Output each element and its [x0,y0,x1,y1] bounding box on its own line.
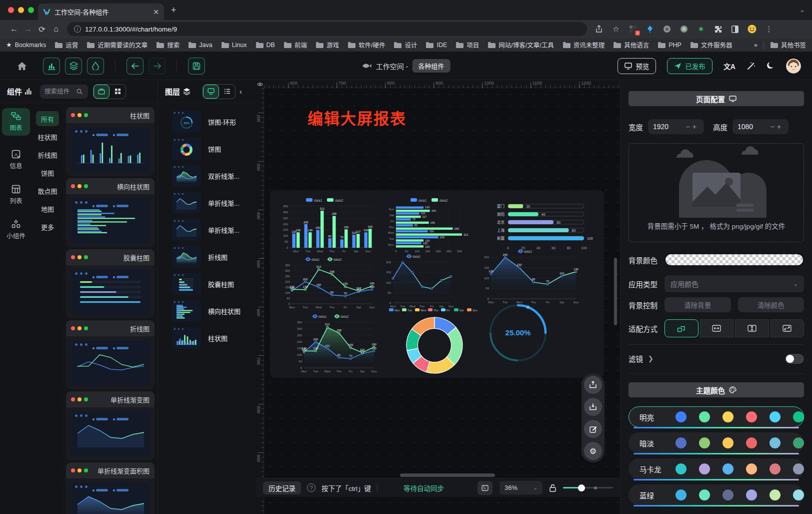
filter-toggle[interactable] [785,354,804,364]
search-input[interactable] [44,88,74,95]
color-dot[interactable] [722,411,734,422]
clear-background-button[interactable]: 清除背景 [664,297,731,312]
publish-button[interactable]: 已发布 [667,58,712,74]
color-dot[interactable] [793,463,804,474]
thumbnail-view-toggle[interactable] [203,85,219,99]
detail-panel-icon[interactable] [478,481,492,495]
profile-avatar[interactable] [747,24,757,34]
fit-auto-button[interactable] [664,319,698,337]
color-dot[interactable] [793,437,804,448]
back-icon[interactable]: ← [7,25,21,34]
ext-kite-icon[interactable] [645,24,655,34]
magic-wand-icon[interactable] [746,62,756,71]
charts-panel-toggle-button[interactable] [43,58,60,75]
theme-row-1[interactable]: 暗淡 [628,432,804,453]
ext-star-icon[interactable]: ✶ [696,24,706,34]
save-button[interactable] [188,58,205,75]
settings-gear-icon[interactable]: ⚙ [584,442,602,460]
color-dot[interactable] [770,463,780,474]
grid-view-toggle[interactable] [110,85,126,99]
color-dot[interactable] [676,463,686,474]
color-dot[interactable] [699,411,710,422]
history-button[interactable]: 历史记录 [263,481,301,494]
close-window-button[interactable] [8,7,14,13]
browser-home-icon[interactable]: ⌂ [49,25,63,34]
component-card-capsule[interactable]: 胶囊柱图 [66,249,154,318]
layer-item-2[interactable]: 双折线渐... [158,163,256,188]
stepper-minus-plus-icons[interactable]: −+ [770,123,784,131]
height-stepper[interactable]: 1080 −+ [732,119,788,134]
ext-circle-icon[interactable] [679,24,689,34]
canvas-chart-donut[interactable]: MonTueWedThuFriSatSun [388,305,481,377]
edit-icon[interactable] [584,420,602,438]
category-item-1[interactable]: 柱状图 [36,129,59,144]
import-icon[interactable] [584,398,602,416]
dashboard-board[interactable]: data1data2050100150200250300350MonTueWed… [270,190,604,378]
canvas-vertical-scrollbar[interactable] [614,258,617,325]
app-type-select[interactable]: 应用颜色 ⌄ [664,275,804,292]
theme-row-2[interactable]: 马卡龙 [628,458,804,479]
browser-tab[interactable]: 工作空间-各种组件 ✕ [38,4,164,20]
color-dot[interactable] [722,437,734,448]
bookmark-folder-4[interactable]: Linux [221,40,247,50]
bookmark-folder-10[interactable]: IDE [426,40,447,50]
window-controls[interactable] [8,7,34,13]
fit-height-button[interactable] [735,319,769,337]
color-dot[interactable] [676,411,686,422]
layer-item-7[interactable]: 横向柱状图 [158,298,256,323]
color-dot[interactable] [770,411,780,422]
canvas-chart-line2[interactable]: data1data2050100150200250300350MonTueWed… [279,254,377,310]
layer-item-5[interactable]: 折线图 [158,244,256,269]
help-icon[interactable]: ? [307,483,316,492]
ext-command-icon[interactable]: ⌘ [662,24,672,34]
bookmark-folder-7[interactable]: 游戏 [316,40,339,50]
bookmark-folder-3[interactable]: Java [188,40,212,50]
fit-width-button[interactable] [700,319,734,337]
width-stepper[interactable]: 1920 −+ [648,119,704,134]
component-card-line2[interactable]: 折线图 [66,320,154,389]
canvas-chart-hbar[interactable]: data1data2050100150200250300Sun130160Sat… [382,195,481,254]
canvas-chart-capsule[interactable]: 厦门20南阳40北京60上海80新疆100020406080100 [488,198,601,252]
sidebar-nav-info[interactable]: A信息 [2,146,30,174]
bg-color-swatch[interactable] [664,253,804,266]
home-icon[interactable] [17,62,27,71]
browser-menu-icon[interactable]: ⋮ [764,24,774,34]
theme-row-3[interactable]: 蓝绿 [628,484,804,505]
bookmark-folder-14[interactable]: 其他语言 [613,40,649,50]
site-info-icon[interactable]: i [74,26,81,33]
bookmark-folder-2[interactable]: 搜索 [156,40,180,50]
category-item-0[interactable]: 所有 [36,111,59,126]
color-dot[interactable] [699,437,710,448]
theme-row-0[interactable]: 明亮 [628,406,804,427]
color-dot[interactable] [699,463,710,474]
canvas-chart-area2[interactable]: data1data2050100150200250300350MonTueWed… [291,311,379,374]
project-name-badge[interactable]: 各种组件 [412,59,450,73]
filter-expand-chevron[interactable]: ❯ [648,355,654,362]
clear-color-button[interactable]: 清除颜色 [738,297,804,312]
layer-item-6[interactable]: 胶囊柱图 [158,271,256,296]
bookmarks-root[interactable]: ★ Bookmarks [6,41,46,49]
layer-item-0[interactable]: 25%饼图-环形 [158,109,256,134]
zoom-level-select[interactable]: 36% ⌄ [500,481,542,494]
bookmark-folder-1[interactable]: 近期需要读的文章 [86,40,148,50]
forward-icon[interactable]: → [21,25,35,34]
slider-knob[interactable] [578,484,585,491]
layers-panel-toggle-button[interactable] [65,58,82,75]
bookmark-folder-0[interactable]: 运营 [54,40,78,50]
canvas-chart-bar[interactable]: data1data2050100150200250300350MonTueWed… [277,195,377,254]
tab-search-chevron-icon[interactable]: ⌄ [800,6,805,14]
canvas-chart-area1[interactable]: data1050100150200MonTueWedThuFriSatSun12… [478,246,581,305]
maximize-window-button[interactable] [28,7,34,13]
bookmark-folder-11[interactable]: 项目 [456,40,479,50]
address-bar[interactable]: i 127.0.0.1:3000/#/chart/home/9 [67,22,587,36]
canvas-chart-line1[interactable]: data1050100150200MonTueWedThuFriSatSun [380,251,456,309]
component-card-line1[interactable]: 单折线渐变图 [66,391,154,460]
list-view-toggle[interactable] [219,85,235,99]
minimize-window-button[interactable] [18,7,24,13]
details-panel-toggle-button[interactable] [87,58,104,75]
bookmark-star-icon[interactable]: ☆ [611,24,621,34]
color-dot[interactable] [793,489,804,500]
new-tab-button[interactable]: + [171,6,176,14]
ruler-visibility-eye-icon[interactable] [256,80,264,88]
category-item-3[interactable]: 饼图 [36,165,59,180]
